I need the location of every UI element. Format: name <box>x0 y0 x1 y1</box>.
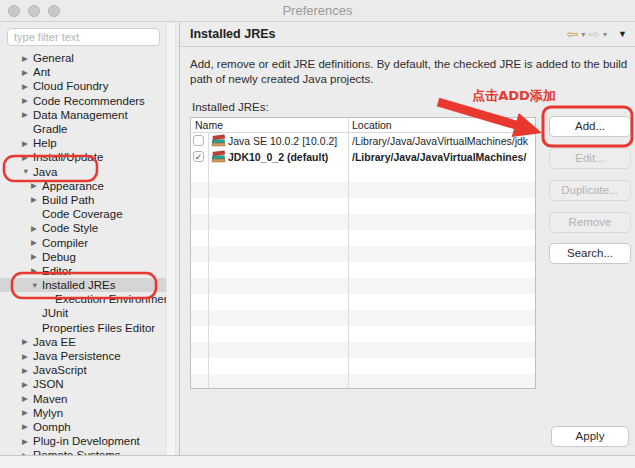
jre-checkbox[interactable]: ✓ <box>193 151 204 162</box>
sidebar-tree: ▶ General ▶ Ant ▶ Cloud Foundry ▶ Code R… <box>0 51 168 456</box>
filter-input[interactable] <box>7 28 160 46</box>
sidebar-item-installed-jres[interactable]: ▼ Installed JREs <box>0 278 168 292</box>
sidebar-item-java-persistence[interactable]: ▶ Java Persistence <box>0 349 168 363</box>
tree-arrow-icon[interactable]: ▶ <box>30 181 42 190</box>
empty-table-row <box>191 246 535 262</box>
tree-arrow-icon[interactable]: ▶ <box>21 422 33 431</box>
empty-table-row <box>191 374 535 389</box>
tree-item-label: Code Recommenders <box>33 95 145 107</box>
sidebar-item-plug-in-development[interactable]: ▶ Plug-in Development <box>0 434 168 448</box>
tree-item-label: Ant <box>33 66 50 78</box>
sidebar-item-mylyn[interactable]: ▶ Mylyn <box>0 406 168 420</box>
view-menu-icon[interactable]: ▼ <box>618 29 627 39</box>
tree-arrow-icon[interactable]: ▶ <box>30 266 42 275</box>
back-icon[interactable]: ⇦ <box>567 26 579 42</box>
sidebar-item-code-coverage[interactable]: Code Coverage <box>0 207 168 221</box>
forward-dropdown-icon[interactable]: ▾ <box>603 30 607 39</box>
tree-item-label: Oomph <box>33 421 71 433</box>
sidebar-item-code-style[interactable]: ▶ Code Style <box>0 221 168 235</box>
sidebar-item-help[interactable]: ▶ Help <box>0 136 168 150</box>
tree-item-label: Install/Update <box>33 151 103 163</box>
column-header-name[interactable]: Name <box>195 119 223 131</box>
sidebar-item-javascript[interactable]: ▶ JavaScript <box>0 363 168 377</box>
apply-button[interactable]: Apply <box>551 426 629 447</box>
empty-table-row <box>191 294 535 310</box>
sidebar-item-install-update[interactable]: ▶ Install/Update <box>0 150 168 164</box>
tree-arrow-icon[interactable]: ▶ <box>21 54 33 63</box>
sidebar-item-gradle[interactable]: Gradle <box>0 122 168 136</box>
column-header-location[interactable]: Location <box>352 119 392 131</box>
empty-table-row <box>191 214 535 230</box>
tree-item-label: Compiler <box>42 237 88 249</box>
search-button[interactable]: Search... <box>549 243 631 264</box>
tree-item-label: Java <box>33 166 57 178</box>
empty-table-row <box>191 230 535 246</box>
column-divider[interactable] <box>348 118 349 388</box>
tree-arrow-icon[interactable]: ▶ <box>30 252 42 261</box>
tree-item-label: Cloud Foundry <box>33 80 108 92</box>
sidebar-item-code-recommenders[interactable]: ▶ Code Recommenders <box>0 94 168 108</box>
tree-arrow-icon[interactable]: ▶ <box>30 238 42 247</box>
tree-item-label: General <box>33 52 74 64</box>
sidebar-item-editor[interactable]: ▶ Editor <box>0 264 168 278</box>
tree-arrow-icon[interactable]: ▶ <box>21 352 33 361</box>
sidebar-item-appearance[interactable]: ▶ Appearance <box>0 179 168 193</box>
tree-arrow-icon[interactable]: ▶ <box>21 380 33 389</box>
sidebar-item-cloud-foundry[interactable]: ▶ Cloud Foundry <box>0 79 168 93</box>
tree-arrow-icon[interactable]: ▶ <box>21 366 33 375</box>
tree-item-label: Gradle <box>33 123 68 135</box>
tree-arrow-icon[interactable]: ▼ <box>21 167 33 176</box>
empty-table-row <box>191 166 535 182</box>
empty-table-row <box>191 262 535 278</box>
installed-jres-label: Installed JREs: <box>192 101 269 113</box>
sidebar-item-json[interactable]: ▶ JSON <box>0 377 168 391</box>
tree-arrow-icon[interactable]: ▶ <box>21 408 33 417</box>
empty-table-row <box>191 358 535 374</box>
tree-item-label: JavaScript <box>33 364 87 376</box>
table-row[interactable]: Java SE 10.0.2 [10.0.2] /Library/Java/Ja… <box>191 133 535 149</box>
sidebar-item-data-management[interactable]: ▶ Data Management <box>0 108 168 122</box>
tree-arrow-icon[interactable]: ▶ <box>21 394 33 403</box>
back-dropdown-icon[interactable]: ▾ <box>581 30 585 39</box>
sidebar-item-build-path[interactable]: ▶ Build Path <box>0 193 168 207</box>
tree-arrow-icon[interactable]: ▶ <box>21 139 33 148</box>
tree-arrow-icon[interactable]: ▶ <box>21 437 33 446</box>
tree-arrow-icon[interactable]: ▶ <box>30 195 42 204</box>
jre-table: Name Location Java SE 10.0.2 [10.0.2] /L… <box>190 117 536 389</box>
sidebar-item-ant[interactable]: ▶ Ant <box>0 65 168 79</box>
sidebar-item-junit[interactable]: JUnit <box>0 306 168 320</box>
jre-library-icon <box>211 134 226 149</box>
tree-item-label: Installed JREs <box>42 279 116 291</box>
tree-arrow-icon[interactable]: ▶ <box>21 110 33 119</box>
tree-arrow-icon[interactable]: ▶ <box>21 153 33 162</box>
jre-checkbox[interactable] <box>193 135 204 146</box>
sidebar-item-execution-environmen[interactable]: Execution Environmen <box>0 292 168 306</box>
sidebar-item-java[interactable]: ▼ Java <box>0 165 168 179</box>
tree-item-label: Java Persistence <box>33 350 121 362</box>
tree-arrow-icon[interactable]: ▼ <box>30 281 42 290</box>
add-button[interactable]: Add... <box>549 116 631 137</box>
page-title: Installed JREs <box>190 27 275 41</box>
sidebar-item-general[interactable]: ▶ General <box>0 51 168 65</box>
tree-item-label: Help <box>33 137 57 149</box>
tree-arrow-icon[interactable]: ▶ <box>21 68 33 77</box>
sidebar-item-properties-files-editor[interactable]: Properties Files Editor <box>0 321 168 335</box>
tree-item-label: JSON <box>33 378 64 390</box>
tree-item-label: Appearance <box>42 180 104 192</box>
tree-arrow-icon[interactable]: ▶ <box>21 337 33 346</box>
sidebar-item-java-ee[interactable]: ▶ Java EE <box>0 335 168 349</box>
tree-arrow-icon[interactable]: ▶ <box>30 224 42 233</box>
empty-table-row <box>191 278 535 294</box>
tree-item-label: Plug-in Development <box>33 435 140 447</box>
tree-arrow-icon[interactable]: ▶ <box>21 96 33 105</box>
tree-arrow-icon[interactable]: ▶ <box>21 82 33 91</box>
sidebar-item-oomph[interactable]: ▶ Oomph <box>0 420 168 434</box>
sidebar-item-debug[interactable]: ▶ Debug <box>0 250 168 264</box>
sidebar-item-compiler[interactable]: ▶ Compiler <box>0 235 168 249</box>
sidebar-scrollbar[interactable] <box>166 23 176 456</box>
empty-table-row <box>191 342 535 358</box>
sidebar-item-maven[interactable]: ▶ Maven <box>0 392 168 406</box>
table-row[interactable]: ✓ JDK10_0_2 (default) /Library/Java/Java… <box>191 149 535 165</box>
titlebar: Preferences <box>0 0 635 22</box>
tree-item-label: Debug <box>42 251 76 263</box>
